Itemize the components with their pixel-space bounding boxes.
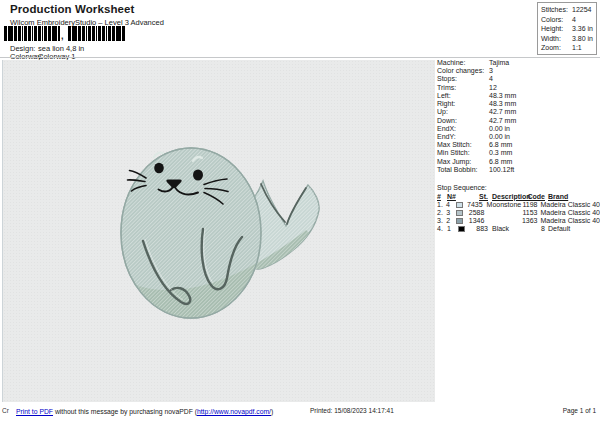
info-label: Left: xyxy=(437,92,489,100)
stitch-count: 7435 xyxy=(465,201,485,209)
printed-timestamp: Printed: 15/08/2023 14:17:41 xyxy=(310,407,394,414)
stitch-count: 1346 xyxy=(466,217,487,225)
info-row: Min Stitch: 0.3 mm xyxy=(437,149,599,157)
novapdf-url-link[interactable]: http://www.novapdf.com/ xyxy=(197,408,271,415)
stop-sequence-row: 2. 3 2588 1153 Madeira Classic 40 xyxy=(437,209,600,217)
stat-label: Width: xyxy=(541,34,572,44)
stat-label: Stitches: xyxy=(541,5,572,15)
barcode-bars-left xyxy=(4,26,60,41)
thread-color-swatch xyxy=(456,202,463,208)
stat-row: Width: 3.80 in xyxy=(541,34,596,44)
info-value: 6.8 mm xyxy=(489,158,599,166)
design-stats-box: Stitches: 12254 Colors: 4 Height: 3.36 i… xyxy=(537,2,597,55)
info-value: 42.7 mm xyxy=(489,117,599,125)
col-description: Description xyxy=(490,193,525,201)
info-value: 3 xyxy=(489,67,599,75)
thread-description: Black xyxy=(490,225,525,233)
watermark-message: without this message by purchasing novaP… xyxy=(53,408,197,415)
info-value: 42.7 mm xyxy=(489,108,599,116)
info-label: Right: xyxy=(437,100,489,108)
header-divider xyxy=(0,57,600,58)
stat-value: 4 xyxy=(572,15,596,25)
info-value: 0.3 mm xyxy=(489,149,599,157)
info-value: 0.00 in xyxy=(489,125,599,133)
seq-number: 4. xyxy=(437,225,447,233)
sea-lion-design xyxy=(101,118,346,333)
info-row: Max Jump: 6.8 mm xyxy=(437,158,599,166)
stitch-count: 883 xyxy=(468,225,490,233)
col-n: N# xyxy=(447,193,458,201)
page-title: Production Worksheet xyxy=(10,3,134,15)
info-label: Trims: xyxy=(437,84,489,92)
info-label: Max Stitch: xyxy=(437,141,489,149)
info-label: Total Bobbin: xyxy=(437,166,489,174)
thread-code: 1198 xyxy=(520,201,538,209)
seq-number: 2. xyxy=(437,209,446,217)
info-row: Stops: 4 xyxy=(437,75,599,83)
info-row: Machine: Tajima xyxy=(437,59,599,67)
info-row: EndX: 0.00 in xyxy=(437,125,599,133)
info-row: Total Bobbin: 100.12ft xyxy=(437,166,599,174)
stat-value: 3.80 in xyxy=(572,34,596,44)
stop-sequence-row: 1. 4 7435 Moonstone 1198 Madeira Classic… xyxy=(437,201,600,209)
info-value: 100.12ft xyxy=(489,166,599,174)
thread-color-swatch xyxy=(456,210,463,216)
stop-sequence-table: # N# St. Description Code Brand 1. 4 743… xyxy=(437,193,600,233)
stop-sequence-row: 4. 1 883 Black 8 Default xyxy=(437,225,600,233)
stat-row: Colors: 4 xyxy=(541,15,596,25)
stitch-count: 2588 xyxy=(466,209,487,217)
novapdf-watermark: Print to PDF without this message by pur… xyxy=(13,404,276,420)
info-row: Color changes: 3 xyxy=(437,67,599,75)
stop-sequence-header-row: # N# St. Description Code Brand xyxy=(437,193,600,201)
watermark-message-end: ) xyxy=(271,408,273,415)
seq-number: 3. xyxy=(437,217,446,225)
info-label: Up: xyxy=(437,108,489,116)
stat-value: 3.36 in xyxy=(572,24,596,34)
barcode: , xyxy=(4,26,126,42)
barcode-bars-right xyxy=(68,26,125,41)
stat-row: Height: 3.36 in xyxy=(541,24,596,34)
seal-eye-right xyxy=(193,170,203,181)
page-number: Page 1 of 1 xyxy=(563,407,596,414)
stat-value: 1:1 xyxy=(572,43,596,53)
thread-description: Moonstone xyxy=(485,201,520,209)
info-row: EndY: 0.00 in xyxy=(437,133,599,141)
stat-label: Zoom: xyxy=(541,43,572,53)
info-row: Right: 48.3 mm xyxy=(437,100,599,108)
col-st: St. xyxy=(468,193,490,201)
thread-code: 1363 xyxy=(519,217,538,225)
barcode-separator: , xyxy=(61,31,64,41)
info-value: 4 xyxy=(489,75,599,83)
needle-number: 1 xyxy=(447,225,458,233)
needle-number: 2 xyxy=(446,217,456,225)
info-label: Stops: xyxy=(437,75,489,83)
info-label: Min Stitch: xyxy=(437,149,489,157)
stat-row: Zoom: 1:1 xyxy=(541,43,596,53)
info-label: EndY: xyxy=(437,133,489,141)
info-value: 48.3 mm xyxy=(489,100,599,108)
info-label: EndX: xyxy=(437,125,489,133)
info-value: 12 xyxy=(489,84,599,92)
info-label: Down: xyxy=(437,117,489,125)
needle-number: 3 xyxy=(446,209,456,217)
thread-code: 8 xyxy=(525,225,545,233)
print-to-pdf-link[interactable]: Print to PDF xyxy=(16,408,53,415)
stitch-texture xyxy=(101,118,346,333)
thread-color-swatch xyxy=(458,226,465,232)
info-row: Down: 42.7 mm xyxy=(437,117,599,125)
stat-value: 12254 xyxy=(572,5,596,15)
info-value: 0.00 in xyxy=(489,133,599,141)
seal-eye-left xyxy=(154,163,164,173)
info-row: Max Stitch: 6.8 mm xyxy=(437,141,599,149)
thread-brand: Madeira Classic 40 xyxy=(537,209,600,217)
col-code: Code xyxy=(525,193,545,201)
footer-text-fragment: Cr xyxy=(2,407,9,414)
thread-brand: Madeira Classic 40 xyxy=(537,217,600,225)
col-brand: Brand xyxy=(545,193,568,201)
col-seq: # xyxy=(437,193,447,201)
thread-code: 1153 xyxy=(519,209,538,217)
design-canvas xyxy=(2,60,435,402)
machine-info-panel: Machine: Tajima Color changes: 3 Stops: … xyxy=(437,59,599,174)
stat-row: Stitches: 12254 xyxy=(541,5,596,15)
needle-number: 4 xyxy=(446,201,456,209)
